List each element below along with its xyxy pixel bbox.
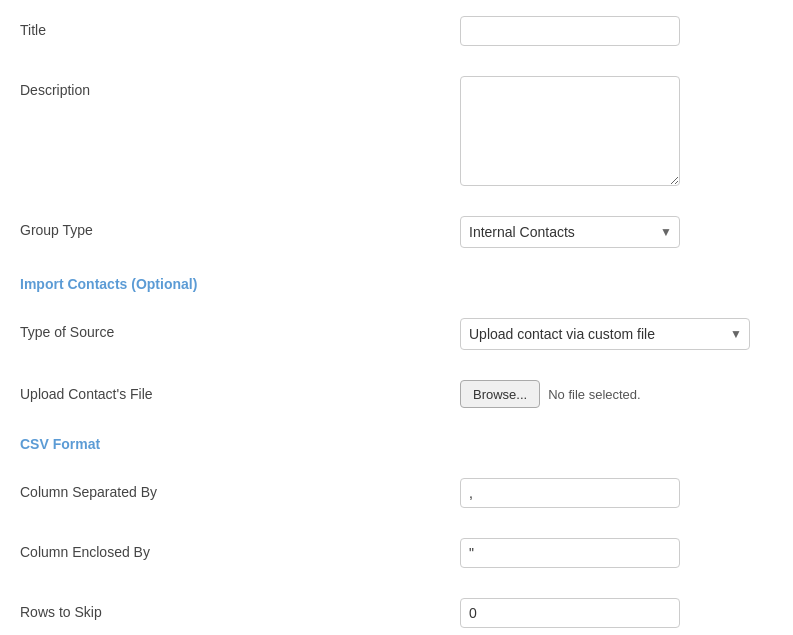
column-separated-by-input-wrap <box>460 478 773 508</box>
description-input[interactable] <box>460 76 680 186</box>
rows-to-skip-input[interactable] <box>460 598 680 628</box>
group-type-label: Group Type <box>20 216 460 238</box>
csv-format-heading: CSV Format <box>20 432 773 456</box>
title-row: Title <box>20 10 773 52</box>
rows-to-skip-row: Rows to Skip <box>20 592 773 634</box>
type-of-source-input-wrap: Upload contact via custom file Import fr… <box>460 318 773 350</box>
import-contacts-heading: Import Contacts (Optional) <box>20 272 773 296</box>
upload-contacts-file-label: Upload Contact's File <box>20 380 460 402</box>
column-enclosed-by-input[interactable] <box>460 538 680 568</box>
rows-to-skip-label: Rows to Skip <box>20 598 460 620</box>
title-label: Title <box>20 16 460 38</box>
upload-contacts-file-wrap: Browse... No file selected. <box>460 380 773 408</box>
description-label: Description <box>20 76 460 98</box>
column-enclosed-by-input-wrap <box>460 538 773 568</box>
group-type-select[interactable]: Internal Contacts External Contacts Othe… <box>460 216 680 248</box>
browse-button[interactable]: Browse... <box>460 380 540 408</box>
group-type-row: Group Type Internal Contacts External Co… <box>20 210 773 254</box>
column-separated-by-label: Column Separated By <box>20 478 460 500</box>
type-of-source-row: Type of Source Upload contact via custom… <box>20 312 773 356</box>
form-container: Title Description Group Type Internal Co… <box>0 0 793 635</box>
column-separated-by-row: Column Separated By <box>20 472 773 514</box>
title-input-wrap <box>460 16 773 46</box>
column-separated-by-input[interactable] <box>460 478 680 508</box>
rows-to-skip-input-wrap <box>460 598 773 628</box>
file-upload-row: Browse... No file selected. <box>460 380 773 408</box>
group-type-input-wrap: Internal Contacts External Contacts Othe… <box>460 216 773 248</box>
group-type-select-wrapper: Internal Contacts External Contacts Othe… <box>460 216 680 248</box>
title-input[interactable] <box>460 16 680 46</box>
description-row: Description <box>20 70 773 192</box>
no-file-text: No file selected. <box>548 387 641 402</box>
upload-contacts-file-row: Upload Contact's File Browse... No file … <box>20 374 773 414</box>
type-of-source-label: Type of Source <box>20 318 460 340</box>
column-enclosed-by-row: Column Enclosed By <box>20 532 773 574</box>
type-of-source-select-wrapper: Upload contact via custom file Import fr… <box>460 318 750 350</box>
description-input-wrap <box>460 76 773 186</box>
type-of-source-select[interactable]: Upload contact via custom file Import fr… <box>460 318 750 350</box>
column-enclosed-by-label: Column Enclosed By <box>20 538 460 560</box>
